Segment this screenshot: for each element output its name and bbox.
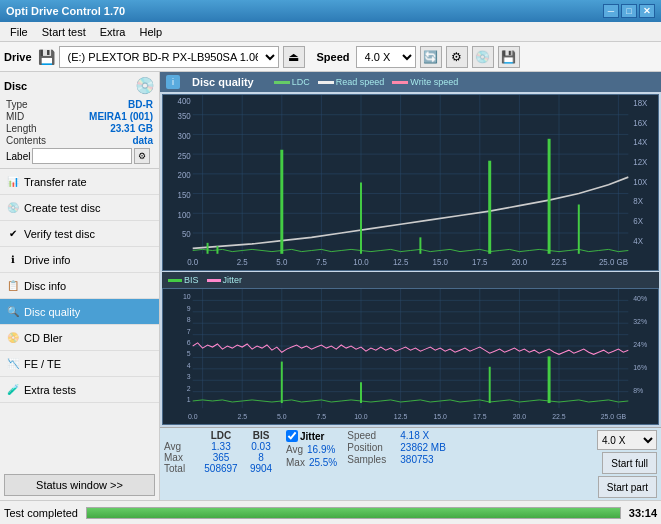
svg-text:20.0: 20.0 bbox=[513, 413, 527, 421]
label-input[interactable] bbox=[32, 148, 132, 164]
start-full-btn[interactable]: Start full bbox=[602, 452, 657, 474]
nav-disc-info[interactable]: 📋 Disc info bbox=[0, 273, 159, 299]
disc-quality-icon: 🔍 bbox=[6, 305, 20, 319]
svg-text:17.5: 17.5 bbox=[472, 256, 488, 266]
nav-transfer-rate[interactable]: 📊 Transfer rate bbox=[0, 169, 159, 195]
menu-extra[interactable]: Extra bbox=[94, 23, 132, 41]
length-value: 23.31 GB bbox=[110, 123, 153, 134]
close-btn[interactable]: ✕ bbox=[639, 4, 655, 18]
refresh-btn[interactable]: 🔄 bbox=[420, 46, 442, 68]
svg-text:200: 200 bbox=[178, 170, 192, 180]
save-btn[interactable]: 💾 bbox=[498, 46, 520, 68]
mid-value: MEIRA1 (001) bbox=[89, 111, 153, 122]
disc-btn[interactable]: 💿 bbox=[472, 46, 494, 68]
menu-file[interactable]: File bbox=[4, 23, 34, 41]
svg-text:350: 350 bbox=[178, 111, 192, 121]
app-title: Opti Drive Control 1.70 bbox=[6, 5, 125, 17]
minimize-btn[interactable]: ─ bbox=[603, 4, 619, 18]
nav-verify-test-disc[interactable]: ✔ Verify test disc bbox=[0, 221, 159, 247]
progress-bar bbox=[87, 508, 620, 518]
create-test-disc-icon: 💿 bbox=[6, 201, 20, 215]
disc-section: Disc 💿 Type BD-R MID MEIRA1 (001) Length… bbox=[0, 72, 159, 169]
svg-text:4: 4 bbox=[187, 362, 191, 370]
fe-te-icon: 📉 bbox=[6, 357, 20, 371]
create-test-disc-label: Create test disc bbox=[24, 202, 100, 214]
jitter-max-value: 25.5% bbox=[309, 457, 337, 468]
label-btn[interactable]: ⚙ bbox=[134, 148, 150, 164]
svg-text:3: 3 bbox=[187, 373, 191, 381]
start-part-btn[interactable]: Start part bbox=[598, 476, 657, 498]
settings-btn[interactable]: ⚙ bbox=[446, 46, 468, 68]
stats-bis-header: BIS bbox=[242, 430, 280, 441]
time-display: 33:14 bbox=[629, 507, 657, 519]
svg-text:22.5: 22.5 bbox=[552, 413, 566, 421]
type-label: Type bbox=[6, 99, 28, 110]
menu-start-test[interactable]: Start test bbox=[36, 23, 92, 41]
speed-label: Speed bbox=[317, 51, 350, 63]
svg-text:50: 50 bbox=[182, 229, 191, 239]
cd-bler-icon: 📀 bbox=[6, 331, 20, 345]
stats-bar: LDC BIS Avg 1.33 0.03 Max 365 8 Total 50… bbox=[160, 427, 661, 500]
mid-label: MID bbox=[6, 111, 24, 122]
nav-cd-bler[interactable]: 📀 CD Bler bbox=[0, 325, 159, 351]
speed-stat-value: 4.18 X bbox=[400, 430, 470, 441]
svg-text:22.5: 22.5 bbox=[551, 256, 567, 266]
cd-bler-label: CD Bler bbox=[24, 332, 63, 344]
chart-header: i Disc quality LDC Read speed Write spee… bbox=[160, 72, 661, 92]
eject-btn[interactable]: ⏏ bbox=[283, 46, 305, 68]
menu-help[interactable]: Help bbox=[133, 23, 168, 41]
svg-text:18X: 18X bbox=[633, 98, 647, 108]
nav-fe-te[interactable]: 📉 FE / TE bbox=[0, 351, 159, 377]
svg-text:2.5: 2.5 bbox=[237, 256, 248, 266]
status-window-btn[interactable]: Status window >> bbox=[4, 474, 155, 496]
svg-text:24%: 24% bbox=[633, 341, 648, 349]
drive-info-label: Drive info bbox=[24, 254, 70, 266]
disc-info-icon: 📋 bbox=[6, 279, 20, 293]
svg-text:16%: 16% bbox=[633, 364, 648, 372]
test-speed-select[interactable]: 4.0 X bbox=[597, 430, 657, 450]
svg-text:25.0 GB: 25.0 GB bbox=[601, 413, 627, 421]
drive-select[interactable]: (E:) PLEXTOR BD-R PX-LB950SA 1.06 bbox=[59, 46, 279, 68]
maximize-btn[interactable]: □ bbox=[621, 4, 637, 18]
svg-text:32%: 32% bbox=[633, 318, 648, 326]
svg-text:14X: 14X bbox=[633, 137, 647, 147]
transfer-rate-icon: 📊 bbox=[6, 175, 20, 189]
progress-bar-container bbox=[86, 507, 621, 519]
stats-max-ldc: 365 bbox=[200, 452, 242, 463]
svg-text:17.5: 17.5 bbox=[473, 413, 487, 421]
svg-text:12X: 12X bbox=[633, 157, 647, 167]
svg-text:8: 8 bbox=[187, 316, 191, 324]
svg-text:10.0: 10.0 bbox=[354, 413, 368, 421]
speed-select[interactable]: 4.0 X bbox=[356, 46, 416, 68]
svg-text:7.5: 7.5 bbox=[317, 413, 327, 421]
jitter-avg-value: 16.9% bbox=[307, 444, 335, 455]
extra-tests-icon: 🧪 bbox=[6, 383, 20, 397]
nav-create-test-disc[interactable]: 💿 Create test disc bbox=[0, 195, 159, 221]
contents-label: Contents bbox=[6, 135, 46, 146]
jitter-checkbox[interactable] bbox=[286, 430, 298, 442]
svg-text:2.5: 2.5 bbox=[237, 413, 247, 421]
svg-text:12.5: 12.5 bbox=[393, 256, 409, 266]
status-bar: Test completed 33:14 bbox=[0, 500, 661, 524]
svg-text:25.0 GB: 25.0 GB bbox=[599, 256, 628, 266]
stats-max-label: Max bbox=[164, 452, 200, 463]
fe-te-label: FE / TE bbox=[24, 358, 61, 370]
stats-avg-label: Avg bbox=[164, 441, 200, 452]
nav-disc-quality[interactable]: 🔍 Disc quality bbox=[0, 299, 159, 325]
title-bar: Opti Drive Control 1.70 ─ □ ✕ bbox=[0, 0, 661, 22]
svg-text:300: 300 bbox=[178, 130, 192, 140]
bottom-chart: 10 9 8 7 6 5 4 3 2 1 40% 32% 24% 16% 8% … bbox=[162, 288, 659, 425]
contents-value: data bbox=[132, 135, 153, 146]
svg-text:40%: 40% bbox=[633, 296, 648, 304]
nav-drive-info[interactable]: ℹ Drive info bbox=[0, 247, 159, 273]
stats-ldc-header: LDC bbox=[200, 430, 242, 441]
svg-text:6X: 6X bbox=[633, 216, 643, 226]
svg-text:2: 2 bbox=[187, 385, 191, 393]
top-chart-svg: 400 350 300 250 200 150 100 50 18X 16X 1… bbox=[163, 95, 658, 270]
samples-label: Samples bbox=[347, 454, 399, 465]
speed-stat-label: Speed bbox=[347, 430, 399, 441]
svg-text:0.0: 0.0 bbox=[188, 413, 198, 421]
top-chart: 400 350 300 250 200 150 100 50 18X 16X 1… bbox=[162, 94, 659, 271]
jitter-avg-label: Avg bbox=[286, 444, 303, 455]
nav-extra-tests[interactable]: 🧪 Extra tests bbox=[0, 377, 159, 403]
